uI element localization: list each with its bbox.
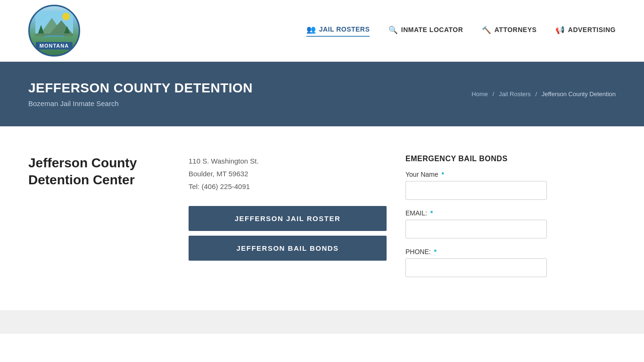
nav-inmate-locator[interactable]: 🔍 INMATE LOCATOR [388,25,463,36]
logo-circle: MONTANA [28,5,80,57]
breadcrumb-current: Jefferson County Detention [542,90,616,98]
jail-rosters-icon: 👥 [306,25,316,34]
hero-left: JEFFERSON COUNTY DETENTION Bozeman Jail … [28,81,253,107]
phone-label: PHONE: * [405,248,547,255]
address-block: 110 S. Washington St. Boulder, MT 59632 … [189,155,387,193]
email-input[interactable] [405,220,547,239]
email-form-group: EMAIL: * [405,209,547,239]
email-label: EMAIL: * [405,209,547,217]
breadcrumb-sep2: / [535,90,537,98]
address-line2: Boulder, MT 59632 [189,167,387,180]
breadcrumb: Home / Jail Rosters / Jefferson County D… [471,90,616,98]
logo-text: MONTANA [36,42,73,49]
attorneys-icon: 🔨 [482,25,492,34]
phone-required: * [434,248,437,255]
breadcrumb-sep1: / [493,90,495,98]
inmate-locator-icon: 🔍 [388,25,398,34]
hero-banner: JEFFERSON COUNTY DETENTION Bozeman Jail … [0,62,644,126]
logo-area[interactable]: MONTANA [28,5,80,57]
right-panel: EMERGENCY BAIL BONDS Your Name * EMAIL: … [405,150,547,287]
hero-subtitle: Bozeman Jail Inmate Search [28,99,253,107]
facility-phone: Tel: (406) 225-4091 [189,180,387,193]
bail-bonds-button[interactable]: JEFFERSON BAIL BONDS [189,236,387,261]
site-header: MONTANA 👥 JAIL ROSTERS 🔍 INMATE LOCATOR … [0,0,644,62]
advertising-icon: 📢 [555,25,565,34]
nav-attorneys[interactable]: 🔨 ATTORNEYS [482,25,537,36]
left-panel: Jefferson County Detention Center [28,150,170,287]
svg-point-6 [62,13,70,20]
nav-jail-rosters[interactable]: 👥 JAIL ROSTERS [306,25,370,37]
main-content: Jefferson County Detention Center 110 S.… [0,126,644,305]
nav-advertising[interactable]: 📢 ADVERTISING [555,25,616,36]
name-required: * [441,171,444,178]
logo-scene-svg [35,11,73,44]
email-required: * [430,209,433,217]
phone-form-group: PHONE: * [405,248,547,277]
breadcrumb-jail-rosters[interactable]: Jail Rosters [499,90,531,98]
breadcrumb-home[interactable]: Home [471,90,488,98]
address-line1: 110 S. Washington St. [189,155,387,167]
name-label: Your Name * [405,171,547,178]
jail-roster-button[interactable]: JEFFERSON JAIL ROSTER [189,206,387,231]
phone-input[interactable] [405,258,547,277]
main-nav: 👥 JAIL ROSTERS 🔍 INMATE LOCATOR 🔨 ATTORN… [306,25,616,37]
name-form-group: Your Name * [405,171,547,200]
hero-title: JEFFERSON COUNTY DETENTION [28,81,253,96]
name-input[interactable] [405,181,547,200]
bail-bonds-title: EMERGENCY BAIL BONDS [405,155,547,163]
center-panel: 110 S. Washington St. Boulder, MT 59632 … [189,150,387,287]
facility-name: Jefferson County Detention Center [28,155,170,189]
bottom-bar [0,310,644,334]
